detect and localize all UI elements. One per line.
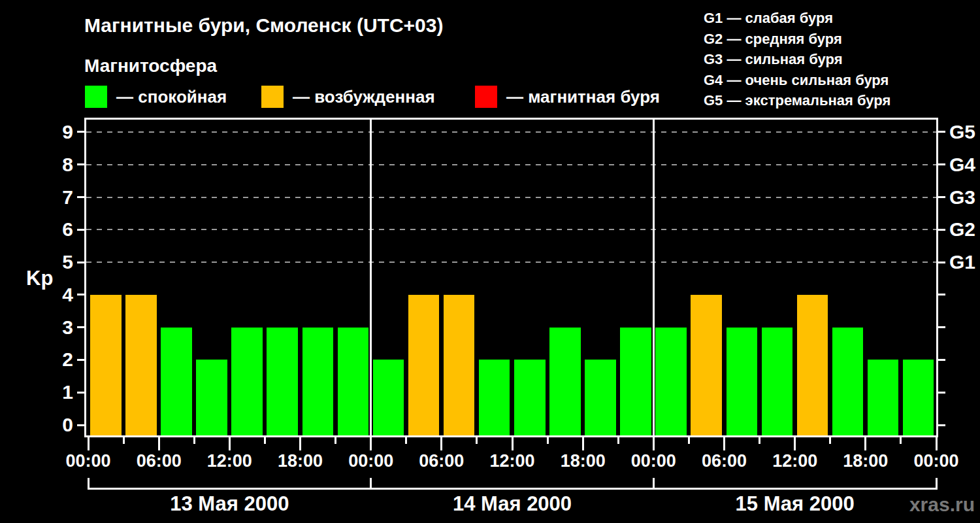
- day-label: 15 Мая 2000: [697, 492, 893, 516]
- gridline: [86, 197, 938, 198]
- kp-bar: [90, 295, 122, 435]
- x-tick-major: [229, 437, 231, 450]
- x-tick-minor: [335, 437, 336, 444]
- kp-bar: [161, 328, 192, 435]
- plot-border-right: [936, 118, 938, 437]
- g-level-label: G1: [949, 252, 975, 272]
- x-tick-minor: [759, 437, 760, 444]
- x-tick-minor: [829, 437, 831, 444]
- plot-border-top: [84, 118, 938, 120]
- kp-bar: [231, 328, 263, 435]
- right-y-tick: [938, 131, 945, 133]
- x-tick-minor: [476, 437, 478, 444]
- x-tick-major: [370, 437, 372, 450]
- magnetic-storms-chart: Магнитные бури, Смоленск (UTC+03) Магнит…: [0, 0, 980, 523]
- y-tick-label: 5: [39, 252, 73, 272]
- y-tick-label: 1: [39, 382, 73, 402]
- x-tick-major: [88, 437, 90, 450]
- x-tick-major: [653, 437, 655, 450]
- day-separator: [653, 120, 655, 435]
- y-tick-label: 4: [39, 285, 73, 305]
- x-tick-label: 18:00: [265, 452, 336, 470]
- y-tick-label: 2: [39, 350, 73, 369]
- x-tick-minor: [617, 437, 619, 444]
- day-bracket-line: [88, 488, 938, 490]
- g-level-label: G2: [949, 220, 975, 239]
- y-tick-label: 3: [39, 318, 73, 337]
- x-tick-minor: [547, 437, 549, 444]
- kp-bar: [691, 295, 722, 435]
- x-tick-label: 18:00: [830, 452, 902, 470]
- kp-bar: [762, 328, 793, 435]
- day-label: 13 Мая 2000: [131, 492, 327, 516]
- right-y-tick: [938, 196, 945, 198]
- y-tick-label: 9: [39, 122, 73, 142]
- y-tick: [77, 294, 84, 295]
- day-bracket-tick: [88, 478, 90, 490]
- kp-bar: [408, 295, 440, 435]
- kp-bar: [832, 328, 864, 435]
- x-tick-minor: [900, 437, 902, 444]
- kp-bar: [373, 360, 404, 435]
- right-y-tick: [938, 326, 945, 328]
- x-tick-label: 06:00: [689, 452, 760, 470]
- kp-bar: [797, 295, 828, 435]
- right-y-tick: [938, 229, 945, 231]
- plot-border-left: [84, 118, 86, 437]
- x-tick-minor: [264, 437, 266, 444]
- x-tick-major: [723, 437, 725, 450]
- y-tick-label: 7: [39, 188, 73, 207]
- kp-bar: [514, 360, 546, 435]
- x-tick-major: [512, 437, 514, 450]
- x-tick-minor: [193, 437, 195, 444]
- x-tick-major: [936, 437, 938, 450]
- x-tick-label: 12:00: [193, 452, 265, 470]
- y-tick-label: 6: [39, 220, 73, 239]
- plot-area: 0123456789G5G4G3G2G100:0006:0012:0018:00…: [0, 0, 980, 523]
- gridline: [86, 131, 938, 133]
- right-y-tick: [938, 392, 945, 394]
- kp-bar: [338, 328, 369, 435]
- y-tick: [77, 196, 84, 198]
- x-tick-label: 00:00: [335, 452, 407, 470]
- right-y-tick: [938, 262, 945, 263]
- g-level-label: G5: [949, 122, 975, 142]
- y-tick-label: 0: [39, 415, 73, 435]
- kp-bar: [727, 328, 758, 435]
- x-tick-major: [299, 437, 301, 450]
- y-tick: [77, 326, 84, 328]
- day-bracket-tick: [653, 478, 655, 490]
- day-bracket-tick: [936, 478, 938, 490]
- kp-bar: [585, 360, 616, 435]
- kp-bar: [302, 328, 334, 435]
- g-level-label: G4: [949, 155, 975, 175]
- gridline: [86, 229, 938, 230]
- gridline: [86, 262, 938, 263]
- x-tick-label: 06:00: [406, 452, 478, 470]
- x-tick-major: [794, 437, 796, 450]
- y-tick: [77, 392, 84, 394]
- right-y-tick: [938, 424, 945, 426]
- kp-bar: [196, 360, 227, 435]
- kp-bar: [549, 328, 581, 435]
- kp-bar: [655, 328, 687, 435]
- x-tick-label: 00:00: [617, 452, 689, 470]
- kp-bar: [620, 328, 651, 435]
- x-tick-label: 18:00: [547, 452, 619, 470]
- watermark: xras.ru: [909, 494, 975, 516]
- x-tick-minor: [123, 437, 125, 444]
- right-y-tick: [938, 294, 945, 295]
- y-tick: [77, 262, 84, 263]
- day-bracket-tick: [370, 478, 372, 490]
- x-tick-label: 00:00: [900, 452, 972, 470]
- x-tick-label: 12:00: [476, 452, 548, 470]
- x-tick-label: 06:00: [123, 452, 195, 470]
- day-label: 14 Мая 2000: [414, 492, 610, 516]
- x-tick-minor: [405, 437, 407, 444]
- x-tick-label: 12:00: [759, 452, 831, 470]
- y-tick: [77, 131, 84, 133]
- gridline: [86, 164, 938, 165]
- x-tick-major: [582, 437, 584, 450]
- kp-bar: [267, 328, 298, 435]
- x-tick-major: [864, 437, 866, 450]
